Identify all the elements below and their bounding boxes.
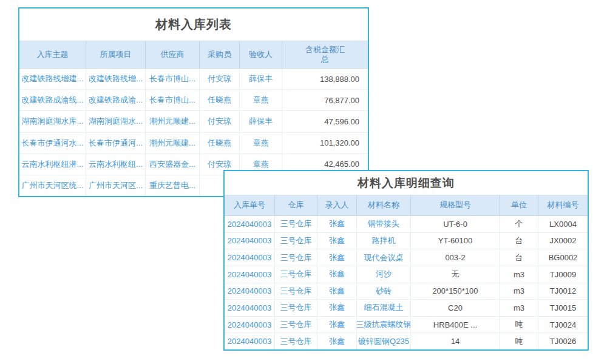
detail-table-header-row: 入库单号 仓库 录入人 材料名称 规格型号 单位 材料编号 (225, 195, 588, 216)
cell-subject[interactable]: 改建铁路成渝线... (19, 90, 86, 110)
table-row: 2024040003 三号仓库 张鑫 镀锌圆钢Q235 14 吨 TJ0026 (225, 333, 588, 349)
cell-spec: C20 (411, 300, 500, 316)
cell-supplier[interactable]: 长春市博山... (146, 90, 200, 110)
cell-inspector[interactable]: 薛保丰 (240, 111, 282, 132)
table-row: 2024040003 三号仓库 张鑫 砂砖 200*150*100 m3 TJ0… (225, 283, 588, 300)
cell-buyer[interactable]: 任晓燕 (200, 133, 240, 153)
cell-warehouse[interactable]: 三号仓库 (275, 249, 317, 266)
cell-recorder[interactable]: 张鑫 (317, 333, 357, 349)
cell-material-name[interactable]: 细石混凝土 (357, 300, 411, 316)
cell-material-code: LX0004 (538, 216, 588, 232)
cell-warehouse[interactable]: 三号仓库 (275, 266, 317, 283)
col-header-supplier: 供应商 (146, 41, 200, 68)
cell-warehouse[interactable]: 三号仓库 (275, 233, 317, 249)
cell-material-code: TJ0026 (538, 333, 588, 349)
cell-warehouse[interactable]: 三号仓库 (275, 300, 317, 316)
cell-recorder[interactable]: 张鑫 (317, 233, 357, 249)
col-header-material-name: 材料名称 (357, 195, 411, 215)
cell-material-name[interactable]: 砂砖 (357, 283, 411, 300)
cell-inspector[interactable]: 章燕 (240, 90, 282, 110)
cell-warehouse[interactable]: 三号仓库 (275, 317, 317, 333)
cell-order-no[interactable]: 2024040003 (225, 333, 275, 349)
table-row: 2024040003 三号仓库 张鑫 河沙 无 m3 TJ0009 (225, 266, 588, 283)
cell-project[interactable]: 改建铁路线增... (86, 69, 146, 89)
cell-warehouse[interactable]: 三号仓库 (275, 333, 317, 349)
detail-table-title: 材料入库明细查询 (225, 171, 588, 195)
cell-material-name[interactable]: 三级抗震螺纹钢 (357, 317, 411, 333)
cell-supplier[interactable]: 西安盛器金... (146, 154, 200, 175)
cell-warehouse[interactable]: 三号仓库 (275, 216, 317, 232)
col-header-project: 所属项目 (86, 41, 146, 68)
cell-supplier[interactable]: 长春市博山... (146, 69, 200, 89)
cell-inspector[interactable]: 薛保丰 (240, 69, 282, 89)
cell-unit: 个 (500, 216, 538, 232)
detail-table-body: 2024040003 三号仓库 张鑫 铜带接头 UT-6-0 个 LX0004 … (225, 216, 588, 349)
cell-project[interactable]: 广州市天河区... (86, 175, 146, 196)
cell-unit: m3 (500, 300, 538, 316)
col-header-spec: 规格型号 (411, 195, 500, 215)
cell-order-no[interactable]: 2024040003 (225, 216, 275, 232)
cell-subject[interactable]: 改建铁路线增建... (19, 69, 86, 89)
cell-subject[interactable]: 长春市伊通河水... (19, 133, 86, 153)
col-header-tax-amount: 含税金额汇总 (282, 41, 368, 68)
col-header-tax-amount-label: 含税金额汇总 (304, 45, 347, 65)
cell-order-no[interactable]: 2024040003 (225, 317, 275, 333)
cell-material-name[interactable]: 镀锌圆钢Q235 (357, 333, 411, 349)
cell-project[interactable]: 湖南洞庭湖水... (86, 111, 146, 132)
cell-warehouse[interactable]: 三号仓库 (275, 283, 317, 300)
cell-recorder[interactable]: 张鑫 (317, 266, 357, 283)
cell-unit: 台 (500, 233, 538, 249)
col-header-inspector: 验收人 (240, 41, 282, 68)
cell-supplier[interactable]: 重庆艺普电... (146, 175, 200, 196)
cell-project[interactable]: 云南水利枢纽... (86, 154, 146, 175)
cell-order-no[interactable]: 2024040003 (225, 283, 275, 300)
table-row: 2024040003 三号仓库 张鑫 路拌机 YT-60100 台 JX0002 (225, 233, 588, 250)
cell-project[interactable]: 改建铁路成渝... (86, 90, 146, 110)
cell-inspector[interactable]: 章燕 (240, 133, 282, 153)
table-row: 2024040003 三号仓库 张鑫 铜带接头 UT-6-0 个 LX0004 (225, 216, 588, 233)
cell-project[interactable]: 长春市伊通河... (86, 133, 146, 153)
col-header-material-code: 材料编号 (538, 195, 588, 215)
cell-amount: 101,320.00 (282, 133, 368, 153)
cell-unit: 吨 (500, 317, 538, 333)
cell-spec: YT-60100 (411, 233, 500, 249)
col-header-unit: 单位 (500, 195, 538, 215)
page: 材料入库列表 入库主题 所属项目 供应商 采购员 验收人 含税金额汇总 改建铁路… (0, 0, 607, 364)
cell-recorder[interactable]: 张鑫 (317, 283, 357, 300)
table-row: 长春市伊通河水... 长春市伊通河... 潮州元顺建... 任晓燕 章燕 101… (19, 133, 368, 154)
cell-buyer[interactable]: 付安琼 (200, 69, 240, 89)
cell-recorder[interactable]: 张鑫 (317, 249, 357, 266)
cell-recorder[interactable]: 张鑫 (317, 317, 357, 333)
cell-order-no[interactable]: 2024040003 (225, 300, 275, 316)
cell-spec: UT-6-0 (411, 216, 500, 232)
cell-recorder[interactable]: 张鑫 (317, 216, 357, 232)
cell-supplier[interactable]: 潮州元顺建... (146, 111, 200, 132)
cell-recorder[interactable]: 张鑫 (317, 300, 357, 316)
table-row: 2024040003 三号仓库 张鑫 三级抗震螺纹钢 HRB400E ... 吨… (225, 317, 588, 334)
cell-order-no[interactable]: 2024040003 (225, 249, 275, 266)
cell-material-name[interactable]: 现代会议桌 (357, 249, 411, 266)
table-row: 湖南洞庭湖水库... 湖南洞庭湖水... 潮州元顺建... 付安琼 薛保丰 47… (19, 111, 368, 132)
list-table-header-row: 入库主题 所属项目 供应商 采购员 验收人 含税金额汇总 (19, 41, 368, 69)
cell-buyer[interactable]: 任晓燕 (200, 90, 240, 110)
cell-spec: 200*150*100 (411, 283, 500, 300)
col-header-order-no: 入库单号 (225, 195, 275, 215)
material-inbound-list-panel: 材料入库列表 入库主题 所属项目 供应商 采购员 验收人 含税金额汇总 改建铁路… (18, 7, 369, 197)
cell-material-name[interactable]: 河沙 (357, 266, 411, 283)
cell-supplier[interactable]: 潮州元顺建... (146, 133, 200, 153)
cell-material-name[interactable]: 路拌机 (357, 233, 411, 249)
cell-material-code: TJ0012 (538, 283, 588, 300)
table-row: 改建铁路成渝线... 改建铁路成渝... 长春市博山... 任晓燕 章燕 76,… (19, 90, 368, 111)
cell-subject[interactable]: 广州市天河区统... (19, 175, 86, 196)
col-header-recorder: 录入人 (317, 195, 357, 215)
cell-amount: 138,888.00 (282, 69, 368, 89)
cell-order-no[interactable]: 2024040003 (225, 266, 275, 283)
cell-buyer[interactable]: 付安琼 (200, 111, 240, 132)
cell-subject[interactable]: 云南水利枢纽潜... (19, 154, 86, 175)
col-header-warehouse: 仓库 (275, 195, 317, 215)
table-row: 改建铁路线增建... 改建铁路线增... 长春市博山... 付安琼 薛保丰 13… (19, 69, 368, 90)
cell-order-no[interactable]: 2024040003 (225, 233, 275, 249)
cell-subject[interactable]: 湖南洞庭湖水库... (19, 111, 86, 132)
cell-material-name[interactable]: 铜带接头 (357, 216, 411, 232)
cell-material-code: TJ0024 (538, 317, 588, 333)
